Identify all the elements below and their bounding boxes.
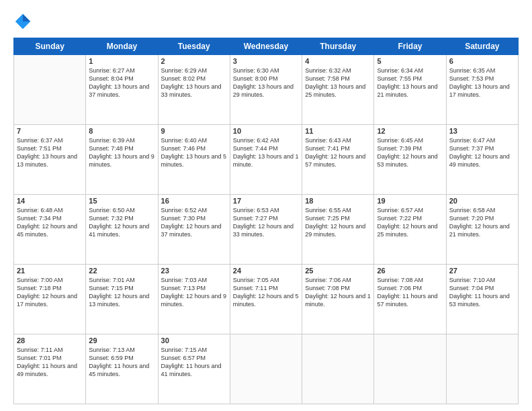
calendar-week-row: 21Sunrise: 7:00 AMSunset: 7:18 PMDayligh… [14, 265, 519, 334]
cell-info: Sunrise: 7:11 AMSunset: 7:01 PMDaylight:… [17, 346, 83, 379]
calendar-cell: 13Sunrise: 6:47 AMSunset: 7:37 PMDayligh… [446, 125, 518, 195]
cell-date-number: 20 [449, 197, 515, 205]
cell-info: Sunrise: 7:08 AMSunset: 7:06 PMDaylight:… [377, 276, 443, 309]
calendar-cell: 4Sunrise: 6:32 AMSunset: 7:58 PMDaylight… [302, 55, 374, 125]
calendar-cell: 10Sunrise: 6:42 AMSunset: 7:44 PMDayligh… [230, 125, 302, 195]
logo [13, 12, 35, 31]
calendar-cell: 22Sunrise: 7:01 AMSunset: 7:15 PMDayligh… [86, 265, 158, 334]
cell-info: Sunrise: 6:37 AMSunset: 7:51 PMDaylight:… [17, 136, 83, 169]
cell-date-number: 4 [305, 57, 371, 65]
cell-date-number: 24 [233, 267, 299, 275]
day-header: Tuesday [158, 38, 230, 55]
cell-info: Sunrise: 6:45 AMSunset: 7:39 PMDaylight:… [377, 136, 443, 169]
calendar-cell: 6Sunrise: 6:35 AMSunset: 7:53 PMDaylight… [446, 55, 518, 125]
day-header: Sunday [14, 38, 86, 55]
cell-date-number: 13 [449, 127, 515, 135]
calendar-cell: 28Sunrise: 7:11 AMSunset: 7:01 PMDayligh… [14, 334, 86, 404]
cell-date-number: 1 [89, 57, 154, 65]
cell-date-number: 8 [89, 127, 154, 135]
calendar-cell: 27Sunrise: 7:10 AMSunset: 7:04 PMDayligh… [446, 265, 518, 334]
cell-date-number: 2 [161, 57, 227, 65]
cell-date-number: 30 [161, 336, 227, 345]
calendar-cell: 5Sunrise: 6:34 AMSunset: 7:55 PMDaylight… [374, 55, 446, 125]
calendar-cell: 8Sunrise: 6:39 AMSunset: 7:48 PMDaylight… [86, 125, 158, 195]
cell-info: Sunrise: 6:43 AMSunset: 7:41 PMDaylight:… [305, 136, 371, 169]
cell-date-number: 10 [233, 127, 299, 135]
calendar-cell: 29Sunrise: 7:13 AMSunset: 6:59 PMDayligh… [86, 334, 158, 404]
cell-info: Sunrise: 6:29 AMSunset: 8:02 PMDaylight:… [161, 66, 227, 99]
cell-info: Sunrise: 6:52 AMSunset: 7:30 PMDaylight:… [161, 206, 227, 239]
cell-info: Sunrise: 6:42 AMSunset: 7:44 PMDaylight:… [233, 136, 299, 169]
calendar-week-row: 28Sunrise: 7:11 AMSunset: 7:01 PMDayligh… [14, 334, 519, 404]
cell-date-number: 29 [89, 336, 154, 345]
cell-date-number: 26 [377, 267, 443, 275]
calendar-cell: 9Sunrise: 6:40 AMSunset: 7:46 PMDaylight… [158, 125, 230, 195]
cell-info: Sunrise: 6:40 AMSunset: 7:46 PMDaylight:… [161, 136, 227, 169]
calendar-cell: 26Sunrise: 7:08 AMSunset: 7:06 PMDayligh… [374, 265, 446, 334]
cell-date-number: 18 [305, 197, 371, 205]
cell-info: Sunrise: 6:55 AMSunset: 7:25 PMDaylight:… [305, 206, 371, 239]
cell-info: Sunrise: 6:34 AMSunset: 7:55 PMDaylight:… [377, 66, 443, 99]
day-header: Wednesday [230, 38, 302, 55]
cell-date-number: 23 [161, 267, 227, 275]
calendar-cell: 16Sunrise: 6:52 AMSunset: 7:30 PMDayligh… [158, 195, 230, 265]
svg-marker-1 [23, 14, 30, 21]
cell-date-number: 3 [233, 57, 299, 65]
cell-info: Sunrise: 7:10 AMSunset: 7:04 PMDaylight:… [449, 276, 515, 309]
cell-date-number: 25 [305, 267, 371, 275]
header [13, 12, 519, 31]
day-header: Monday [86, 38, 158, 55]
cell-info: Sunrise: 7:03 AMSunset: 7:13 PMDaylight:… [161, 276, 227, 309]
cell-date-number: 22 [89, 267, 154, 275]
cell-date-number: 27 [449, 267, 515, 275]
calendar-week-row: 1Sunrise: 6:27 AMSunset: 8:04 PMDaylight… [14, 55, 519, 125]
calendar-cell: 21Sunrise: 7:00 AMSunset: 7:18 PMDayligh… [14, 265, 86, 334]
calendar-header-row: SundayMondayTuesdayWednesdayThursdayFrid… [14, 38, 519, 55]
cell-info: Sunrise: 6:30 AMSunset: 8:00 PMDaylight:… [233, 66, 299, 99]
calendar-cell: 20Sunrise: 6:58 AMSunset: 7:20 PMDayligh… [446, 195, 518, 265]
cell-date-number: 15 [89, 197, 154, 205]
cell-info: Sunrise: 6:27 AMSunset: 8:04 PMDaylight:… [89, 66, 154, 99]
cell-info: Sunrise: 7:05 AMSunset: 7:11 PMDaylight:… [233, 276, 299, 309]
cell-info: Sunrise: 7:13 AMSunset: 6:59 PMDaylight:… [89, 346, 154, 379]
cell-info: Sunrise: 7:01 AMSunset: 7:15 PMDaylight:… [89, 276, 154, 309]
page: SundayMondayTuesdayWednesdayThursdayFrid… [0, 0, 532, 411]
calendar-cell: 3Sunrise: 6:30 AMSunset: 8:00 PMDaylight… [230, 55, 302, 125]
calendar-cell: 17Sunrise: 6:53 AMSunset: 7:27 PMDayligh… [230, 195, 302, 265]
cell-info: Sunrise: 7:06 AMSunset: 7:08 PMDaylight:… [305, 276, 371, 309]
calendar-cell: 1Sunrise: 6:27 AMSunset: 8:04 PMDaylight… [86, 55, 158, 125]
calendar-cell: 15Sunrise: 6:50 AMSunset: 7:32 PMDayligh… [86, 195, 158, 265]
calendar-cell [446, 334, 518, 404]
calendar-cell: 23Sunrise: 7:03 AMSunset: 7:13 PMDayligh… [158, 265, 230, 334]
calendar-cell [230, 334, 302, 404]
cell-info: Sunrise: 6:35 AMSunset: 7:53 PMDaylight:… [449, 66, 515, 99]
cell-info: Sunrise: 6:48 AMSunset: 7:34 PMDaylight:… [17, 206, 83, 239]
cell-info: Sunrise: 7:15 AMSunset: 6:57 PMDaylight:… [161, 346, 227, 379]
calendar-table: SundayMondayTuesdayWednesdayThursdayFrid… [13, 38, 519, 404]
cell-date-number: 11 [305, 127, 371, 135]
cell-date-number: 17 [233, 197, 299, 205]
cell-date-number: 28 [17, 336, 83, 345]
day-header: Friday [374, 38, 446, 55]
cell-date-number: 6 [449, 57, 515, 65]
cell-info: Sunrise: 7:00 AMSunset: 7:18 PMDaylight:… [17, 276, 83, 309]
cell-date-number: 5 [377, 57, 443, 65]
calendar-cell: 12Sunrise: 6:45 AMSunset: 7:39 PMDayligh… [374, 125, 446, 195]
calendar-week-row: 7Sunrise: 6:37 AMSunset: 7:51 PMDaylight… [14, 125, 519, 195]
calendar-cell: 7Sunrise: 6:37 AMSunset: 7:51 PMDaylight… [14, 125, 86, 195]
cell-info: Sunrise: 6:32 AMSunset: 7:58 PMDaylight:… [305, 66, 371, 99]
cell-date-number: 9 [161, 127, 227, 135]
calendar-cell: 11Sunrise: 6:43 AMSunset: 7:41 PMDayligh… [302, 125, 374, 195]
calendar-cell: 25Sunrise: 7:06 AMSunset: 7:08 PMDayligh… [302, 265, 374, 334]
day-header: Saturday [446, 38, 518, 55]
cell-date-number: 12 [377, 127, 443, 135]
calendar-cell: 18Sunrise: 6:55 AMSunset: 7:25 PMDayligh… [302, 195, 374, 265]
calendar-cell [14, 55, 86, 125]
cell-date-number: 21 [17, 267, 83, 275]
calendar-cell: 24Sunrise: 7:05 AMSunset: 7:11 PMDayligh… [230, 265, 302, 334]
cell-info: Sunrise: 6:50 AMSunset: 7:32 PMDaylight:… [89, 206, 154, 239]
calendar-cell [374, 334, 446, 404]
calendar-cell: 19Sunrise: 6:57 AMSunset: 7:22 PMDayligh… [374, 195, 446, 265]
calendar-cell [302, 334, 374, 404]
day-header: Thursday [302, 38, 374, 55]
